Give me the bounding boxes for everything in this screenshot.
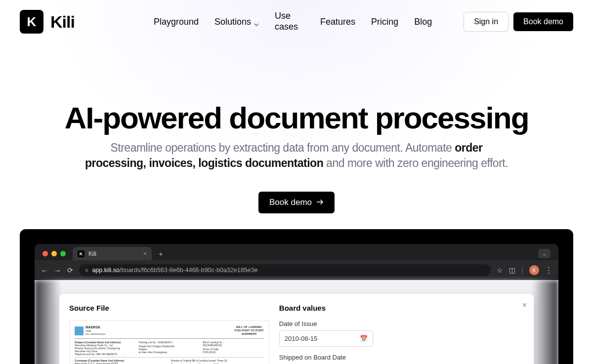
tab-close-icon[interactable]: × (143, 250, 147, 257)
bookdemo-hero-button[interactable]: Book demo (258, 192, 335, 213)
arrow-right-icon (317, 198, 324, 207)
logo[interactable]: K Kili (20, 10, 75, 34)
address-bar[interactable]: ≡ app.kili.so/boards/f6c6b563-8e6b-4466-… (79, 264, 491, 276)
date-of-issue-label: Date of Issue (279, 320, 524, 327)
main-nav: Playground Solutions Use cases Features … (154, 11, 432, 32)
source-file-panel: Source File MAERSK LINE RFC GHE008282340… (69, 304, 269, 364)
hero-sub-tail: and more with zero engineering effort. (323, 157, 508, 169)
doc-brand: MAERSK (85, 325, 105, 329)
nav-solutions[interactable]: Solutions (214, 17, 259, 27)
logo-text: Kili (50, 12, 75, 32)
doc-rfc: RFC GHE0082823405 (85, 333, 105, 336)
signin-button[interactable]: Sign in (464, 12, 508, 32)
bookmark-icon[interactable]: ☆ (497, 266, 503, 274)
window-close-icon[interactable] (42, 251, 48, 256)
document-modal: × Source File MAERSK LINE RFC GHE0082823… (59, 294, 534, 364)
back-button[interactable]: ← (41, 266, 48, 275)
profile-avatar[interactable]: K (529, 265, 539, 275)
document-preview: MAERSK LINE RFC GHE0082823405 BILL OF LA… (69, 320, 269, 364)
shipped-date-label: Shipped on Board Date (279, 354, 524, 361)
tab-favicon: K (78, 250, 85, 257)
nav-features[interactable]: Features (320, 17, 355, 27)
nav-solutions-label: Solutions (214, 17, 251, 27)
url-text: app.kili.so/boards/f6c6b563-8e6b-4466-b9… (92, 267, 257, 274)
bookdemo-header-button[interactable]: Book demo (513, 12, 573, 31)
browser-window: K Kili × + ⌄ ← → ⟳ ≡ app.kili.so/boards/… (35, 244, 558, 364)
window-minimize-icon[interactable] (51, 251, 57, 256)
chevron-down-icon (254, 19, 259, 24)
site-info-icon[interactable]: ≡ (85, 267, 88, 273)
modal-close-icon[interactable]: × (522, 301, 527, 310)
nav-usecases[interactable]: Use cases (275, 11, 304, 32)
hero-sub-lead: Streamline operations by extracting data… (110, 141, 455, 154)
board-values-title: Board values (279, 304, 524, 312)
browser-menu-icon[interactable]: ⋮ (545, 266, 552, 275)
nav-blog[interactable]: Blog (414, 17, 432, 27)
browser-tab[interactable]: K Kili × (73, 247, 152, 260)
forward-button[interactable]: → (54, 266, 61, 275)
hero-section: AI-powered document processing Streamlin… (0, 43, 593, 213)
browser-tabbar: K Kili × + ⌄ (35, 244, 558, 260)
source-file-title: Source File (69, 304, 269, 312)
browser-addressbar: ← → ⟳ ≡ app.kili.so/boards/f6c6b563-8e6b… (35, 260, 558, 280)
nav-pricing[interactable]: Pricing (371, 17, 398, 27)
tab-title: Kili (88, 250, 139, 257)
header-actions: Sign in Book demo (464, 12, 573, 32)
doc-brand-sub: LINE (85, 329, 105, 332)
hero-subtitle: Streamline operations by extracting data… (79, 140, 514, 171)
date-of-issue-input[interactable]: 2010-08-15 📅 (279, 330, 373, 347)
board-values-panel: Board values Date of Issue 2010-08-15 📅 … (279, 304, 524, 364)
traffic-lights (40, 251, 69, 256)
doc-title: BILL OF LANDING FOR PORT TO PORT SHIPMEN… (235, 325, 264, 336)
hero-title: AI-powered document processing (20, 100, 573, 135)
site-header: K Kili Playground Solutions Use cases Fe… (0, 0, 593, 43)
new-tab-button[interactable]: + (156, 249, 166, 258)
logo-icon: K (20, 10, 43, 34)
date-of-issue-value: 2010-08-15 (285, 335, 318, 342)
extensions-icon[interactable]: ◫ (509, 266, 515, 274)
app-content: × Source File MAERSK LINE RFC GHE0082823… (35, 280, 558, 364)
demo-frame: K Kili × + ⌄ ← → ⟳ ≡ app.kili.so/boards/… (20, 229, 573, 364)
tabs-dropdown-icon[interactable]: ⌄ (538, 249, 551, 258)
maersk-logo-icon (75, 326, 84, 335)
window-maximize-icon[interactable] (60, 251, 66, 256)
calendar-icon[interactable]: 📅 (360, 335, 368, 342)
nav-playground[interactable]: Playground (154, 17, 199, 27)
refresh-button[interactable]: ⟳ (67, 266, 73, 274)
bookdemo-hero-label: Book demo (269, 198, 312, 207)
